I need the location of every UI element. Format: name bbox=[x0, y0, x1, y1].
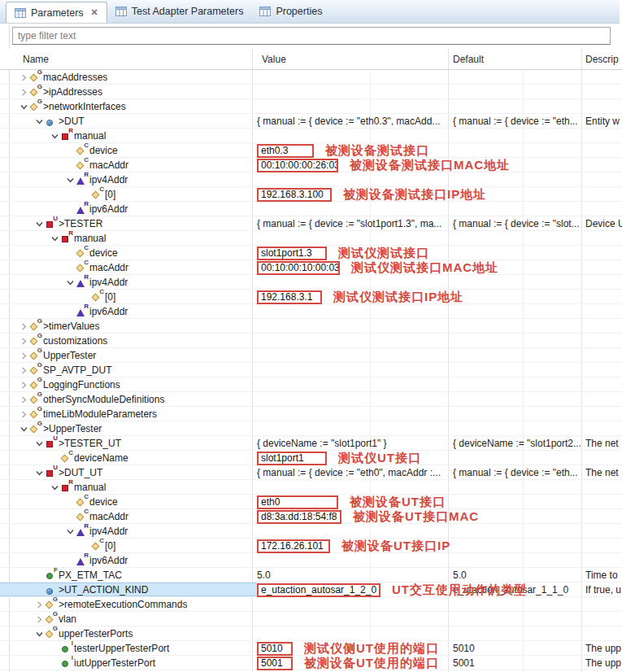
table-row[interactable]: U>TESTER_UT{ deviceName := "slot1port1" … bbox=[0, 436, 622, 451]
table-row[interactable]: Rmanual bbox=[0, 480, 622, 495]
table-row[interactable]: Gvlan bbox=[0, 612, 622, 626]
chevron-right-icon[interactable] bbox=[18, 72, 29, 83]
value-cell[interactable]: { manual := { device := "eth0", macAddr … bbox=[257, 465, 446, 480]
value-cell[interactable]: 172.16.26.101被测设备UT接口IP bbox=[257, 539, 450, 553]
table-row[interactable]: Rmanual bbox=[0, 129, 622, 143]
table-row[interactable]: GSP_AVTP_DUT bbox=[0, 363, 622, 377]
chevron-spacer bbox=[64, 203, 76, 215]
chevron-down-icon[interactable] bbox=[49, 233, 60, 244]
table-row[interactable]: IiutUpperTesterPort5001被测设备UT使用的端口5001Th… bbox=[0, 656, 622, 670]
table-row[interactable]: U>DUT_UT{ manual := { device := "eth0", … bbox=[0, 465, 622, 480]
value-cell[interactable]: 5010测试仪侧UT使用的端口 bbox=[257, 641, 439, 656]
table-row[interactable]: >DUT{ manual := { device := "eth0.3", ma… bbox=[0, 114, 622, 129]
table-row[interactable]: GupperTesterPorts bbox=[0, 626, 622, 641]
value-cell[interactable]: 00:10:00:00:26:03被测设备测试接口MAC地址 bbox=[257, 158, 510, 172]
chevron-right-icon[interactable] bbox=[18, 364, 29, 376]
column-header-default[interactable]: Default bbox=[453, 54, 484, 65]
table-row[interactable]: CdeviceNameslot1port1测试仪UT接口 bbox=[0, 451, 622, 465]
chevron-down-icon[interactable] bbox=[33, 218, 45, 229]
value-cell[interactable]: 192.168.3.100被测设备测试接口IP地址 bbox=[257, 187, 486, 202]
table-row[interactable]: G>UpperTester bbox=[0, 421, 622, 436]
column-divider[interactable] bbox=[581, 49, 582, 69]
column-header-value[interactable]: Value bbox=[262, 54, 286, 65]
table-row[interactable]: CmacAddrd8:3a:dd:18:54:f8被测设备UT接口MAC bbox=[0, 509, 622, 524]
value-cell[interactable]: { deviceName := "slot1port1" } bbox=[257, 436, 446, 451]
tab-parameters[interactable]: Parameters ✕ bbox=[6, 2, 107, 23]
column-divider[interactable] bbox=[448, 49, 449, 69]
table-row[interactable]: >UT_ACTION_KINDe_utaction_autosar_1_2_0U… bbox=[0, 583, 622, 597]
table-row[interactable]: G>ipAddresses bbox=[0, 85, 622, 99]
chevron-down-icon[interactable] bbox=[33, 438, 45, 449]
chevron-right-icon[interactable] bbox=[18, 379, 29, 391]
chevron-down-icon[interactable] bbox=[49, 130, 60, 142]
tab-properties[interactable]: Properties bbox=[251, 0, 330, 23]
chevron-down-icon[interactable] bbox=[33, 628, 45, 639]
table-row[interactable]: Ripv4Addr bbox=[0, 275, 622, 290]
close-icon[interactable]: ✕ bbox=[91, 7, 98, 18]
chevron-down-icon[interactable] bbox=[64, 174, 76, 185]
value-cell[interactable]: eth0.3被测设备测试接口 bbox=[257, 143, 429, 158]
annotation-box: 172.16.26.101 bbox=[257, 539, 330, 553]
chevron-down-icon[interactable] bbox=[18, 423, 29, 434]
value-cell[interactable]: 192.168.3.1测试仪测试接口IP地址 bbox=[257, 290, 463, 304]
table-row[interactable]: GtimeLibModuleParameters bbox=[0, 407, 622, 421]
chevron-right-icon[interactable] bbox=[18, 350, 29, 361]
table-row[interactable]: GotherSyncModuleDefinitions bbox=[0, 392, 622, 407]
table-row[interactable]: Rmanual bbox=[0, 231, 622, 246]
table-row[interactable]: Ripv6Addr bbox=[0, 202, 622, 216]
chevron-down-icon[interactable] bbox=[33, 116, 45, 127]
chevron-down-icon[interactable] bbox=[64, 526, 76, 537]
filter-input[interactable] bbox=[12, 27, 611, 45]
value-cell[interactable]: 00:10:00:10:00:03测试仪测试接口MAC地址 bbox=[257, 260, 498, 275]
table-row[interactable]: Ripv4Addr bbox=[0, 172, 622, 187]
value-cell[interactable]: e_utaction_autosar_1_2_0UT交互使用动作的类型 bbox=[257, 583, 527, 597]
chevron-down-icon[interactable] bbox=[64, 277, 76, 288]
chevron-right-icon[interactable] bbox=[18, 86, 29, 98]
chevron-down-icon[interactable] bbox=[49, 482, 60, 493]
table-row[interactable]: C[0]192.168.3.100被测设备测试接口IP地址 bbox=[0, 187, 622, 202]
column-header-name[interactable]: Name bbox=[23, 54, 49, 65]
table-row[interactable]: C[0]172.16.26.101被测设备UT接口IP bbox=[0, 539, 622, 553]
value-cell[interactable]: { manual := { device := "slot1port1.3", … bbox=[257, 216, 446, 231]
table-row[interactable]: GmacAddresses bbox=[0, 70, 622, 85]
group-icon: G bbox=[45, 599, 55, 610]
chevron-right-icon[interactable] bbox=[18, 394, 29, 405]
table-row[interactable]: Cdeviceslot1port1.3测试仪测试接口 bbox=[0, 246, 622, 260]
table-row[interactable]: G>timerValues bbox=[0, 319, 622, 334]
tab-test-adapter-parameters[interactable]: Test Adapter Parameters bbox=[107, 0, 252, 23]
table-row[interactable]: C[0]192.168.3.1测试仪测试接口IP地址 bbox=[0, 290, 622, 304]
chevron-right-icon[interactable] bbox=[18, 408, 29, 420]
column-header-description[interactable]: Descrip bbox=[585, 54, 619, 65]
chevron-down-icon[interactable] bbox=[18, 101, 29, 112]
column-divider[interactable] bbox=[252, 49, 253, 69]
value-cell[interactable]: { manual := { device := "eth0.3", macAdd… bbox=[257, 114, 446, 129]
value-cell[interactable]: slot1port1测试仪UT接口 bbox=[257, 451, 421, 465]
table-row[interactable]: G>remoteExecutionCommands bbox=[0, 597, 622, 612]
table-row[interactable]: GUpperTester bbox=[0, 348, 622, 363]
table-row[interactable]: CmacAddr00:10:00:10:00:03测试仪测试接口MAC地址 bbox=[0, 260, 622, 275]
value-cell[interactable]: 5001被测设备UT使用的端口 bbox=[257, 656, 439, 670]
chevron-down-icon[interactable] bbox=[33, 467, 45, 478]
table-row[interactable]: U>TESTER{ manual := { device := "slot1po… bbox=[0, 216, 622, 231]
table-row[interactable]: FPX_ETM_TAC5.05.0Time to bbox=[0, 568, 622, 583]
table-row[interactable]: GLoggingFunctions bbox=[0, 377, 622, 392]
chevron-right-icon[interactable] bbox=[33, 599, 45, 610]
table-row[interactable]: CmacAddr00:10:00:00:26:03被测设备测试接口MAC地址 bbox=[0, 158, 622, 172]
chevron-right-icon[interactable] bbox=[18, 335, 29, 347]
chevron-right-icon[interactable] bbox=[18, 321, 29, 332]
table-row[interactable]: G>networkInterfaces bbox=[0, 99, 622, 114]
table-row[interactable]: Ripv6Addr bbox=[0, 304, 622, 319]
table-row[interactable]: Cdeviceeth0.3被测设备测试接口 bbox=[0, 143, 622, 158]
table-row[interactable]: Ripv4Addr bbox=[0, 524, 622, 539]
table-row[interactable]: Gcustomizations bbox=[0, 334, 622, 348]
table-row[interactable]: Cdeviceeth0被测设备UT接口 bbox=[0, 495, 622, 509]
value-cell[interactable]: 5.0 bbox=[257, 568, 446, 583]
chevron-spacer bbox=[64, 511, 76, 522]
table-row[interactable]: ItesterUpperTesterPort5010测试仪侧UT使用的端口501… bbox=[0, 641, 622, 656]
value-cell[interactable]: eth0被测设备UT接口 bbox=[257, 495, 446, 509]
chevron-right-icon[interactable] bbox=[33, 613, 45, 625]
value-cell[interactable]: slot1port1.3测试仪测试接口 bbox=[257, 246, 429, 260]
table-row[interactable]: Ripv6Addr bbox=[0, 553, 622, 568]
value-cell[interactable]: d8:3a:dd:18:54:f8被测设备UT接口MAC bbox=[257, 509, 479, 524]
tab-label: Parameters bbox=[31, 7, 84, 19]
